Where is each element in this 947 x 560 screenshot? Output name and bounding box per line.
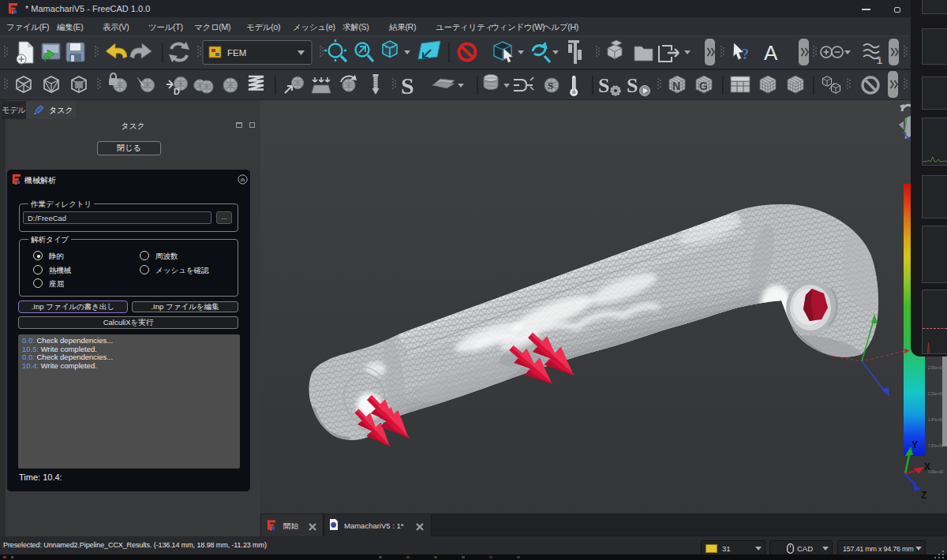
svg-text:G: G — [699, 80, 708, 92]
svg-text:FEM: FEM — [227, 48, 246, 58]
svg-text:Z: Z — [921, 490, 926, 501]
svg-text:D: D — [174, 87, 180, 96]
svg-text:?: ? — [742, 47, 749, 62]
svg-text:S: S — [401, 73, 414, 99]
svg-text:1.47e+01: 1.47e+01 — [928, 418, 943, 422]
svg-text:7.37e+00: 7.37e+00 — [928, 444, 943, 448]
svg-text:S: S — [598, 74, 609, 97]
svg-text:2.21e+01: 2.21e+01 — [928, 392, 943, 396]
svg-text:S: S — [627, 74, 638, 97]
svg-text:X: X — [924, 461, 930, 472]
svg-text:N: N — [672, 80, 680, 92]
svg-text:i: i — [877, 56, 882, 67]
svg-text:Y: Y — [911, 439, 918, 450]
svg-text:2.95e+01: 2.95e+01 — [928, 366, 943, 370]
svg-text:S: S — [548, 80, 553, 91]
svg-text:A: A — [764, 41, 778, 65]
